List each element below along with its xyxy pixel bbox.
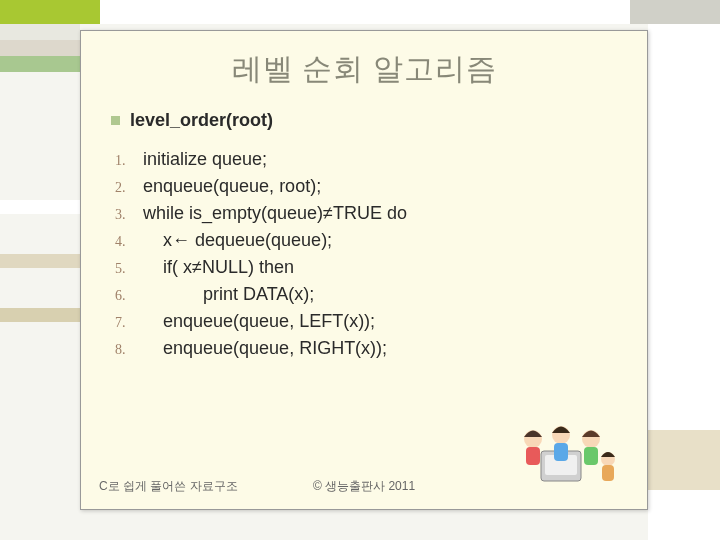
side-stripe xyxy=(0,200,80,214)
bullet-icon xyxy=(111,116,120,125)
children-illustration xyxy=(513,409,623,489)
step-text: if( x≠NULL) then xyxy=(143,257,294,278)
side-stripe xyxy=(0,56,80,72)
side-stripe xyxy=(0,40,80,56)
footer-left-text: C로 쉽게 풀어쓴 자료구조 xyxy=(99,478,238,495)
step-text: enqueue(queue, RIGHT(x)); xyxy=(143,338,387,359)
step-number: 2. xyxy=(111,180,143,196)
step-row: 3. while is_empty(queue)≠TRUE do xyxy=(111,203,617,224)
heading-row: level_order(root) xyxy=(111,110,617,131)
slide-title: 레벨 순회 알고리즘 xyxy=(81,31,647,104)
step-row: 6. print DATA(x); xyxy=(111,284,617,305)
svg-rect-9 xyxy=(602,465,614,481)
step-text: print DATA(x); xyxy=(143,284,314,305)
step-number: 7. xyxy=(111,315,143,331)
footer-copyright: © 생능출판사 2011 xyxy=(313,478,415,495)
step-number: 4. xyxy=(111,234,143,250)
side-stripes-upper xyxy=(0,24,80,72)
side-stripe xyxy=(0,254,80,268)
slide-card: 레벨 순회 알고리즘 level_order(root) 1. initiali… xyxy=(80,30,648,510)
step-row: 8. enqueue(queue, RIGHT(x)); xyxy=(111,338,617,359)
side-stripes-lower xyxy=(0,200,80,322)
step-row: 4. x← dequeue(queue); xyxy=(111,230,617,251)
stripe-white xyxy=(100,0,630,24)
step-row: 1. initialize queue; xyxy=(111,149,617,170)
step-text: x← dequeue(queue); xyxy=(143,230,332,251)
step-row: 7. enqueue(queue, LEFT(x)); xyxy=(111,311,617,332)
step-number: 6. xyxy=(111,288,143,304)
step-number: 3. xyxy=(111,207,143,223)
step-text: enqueue(queue, root); xyxy=(143,176,321,197)
svg-rect-3 xyxy=(526,447,540,465)
step-number: 1. xyxy=(111,153,143,169)
step-row: 5. if( x≠NULL) then xyxy=(111,257,617,278)
step-row: 2. enqueue(queue, root); xyxy=(111,176,617,197)
side-stripe xyxy=(0,24,80,40)
step-text: enqueue(queue, LEFT(x)); xyxy=(143,311,375,332)
function-heading: level_order(root) xyxy=(130,110,273,131)
svg-rect-7 xyxy=(584,447,598,465)
step-number: 5. xyxy=(111,261,143,277)
top-stripe-bar xyxy=(0,0,720,24)
stripe-green xyxy=(0,0,100,24)
right-background-accent xyxy=(648,430,720,490)
slide-content: level_order(root) 1. initialize queue; 2… xyxy=(81,104,647,359)
svg-rect-5 xyxy=(554,443,568,461)
step-text: initialize queue; xyxy=(143,149,267,170)
stripe-grey xyxy=(630,0,720,24)
step-number: 8. xyxy=(111,342,143,358)
step-text: while is_empty(queue)≠TRUE do xyxy=(143,203,407,224)
side-stripe xyxy=(0,308,80,322)
